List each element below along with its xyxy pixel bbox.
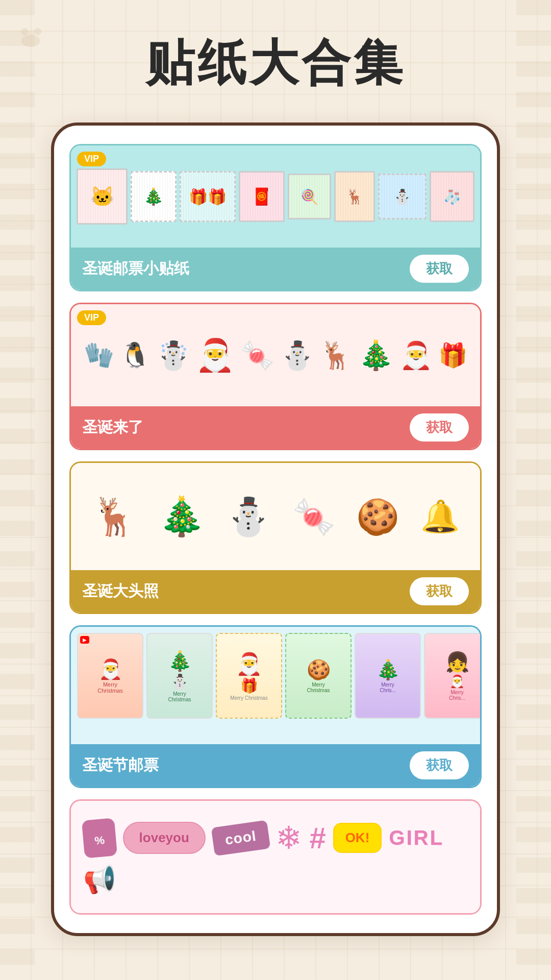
big-head-gingerbread: 🍪: [356, 499, 399, 534]
sticker-penguin: 🐧: [120, 343, 151, 368]
sticker-card-1: VIP 🐱 🎄 🎁🎁 🧧 🍭 🦌 ⛄ 🧦 圣诞邮票小贴纸 获取: [69, 144, 482, 291]
big-head-bell: 🔔: [420, 501, 460, 532]
pink-sticker-area: % loveyou cool ❄ # OK! GIRL 📢: [71, 809, 480, 905]
stamp-card-gingerbread: 🍪 MerryChristmas: [285, 633, 352, 719]
card-1-get-button[interactable]: 获取: [410, 255, 469, 283]
sticker-card-3: 🦌 🎄 ⛄ 🍬 🍪 🔔 圣诞大头照: [69, 461, 482, 614]
vip-badge-1: VIP: [77, 152, 106, 166]
sticker-loveyou: loveyou: [123, 822, 206, 854]
card-1-image: VIP 🐱 🎄 🎁🎁 🧧 🍭 🦌 ⛄ 🧦: [71, 145, 480, 248]
sticker-mitten: 🧤: [84, 343, 114, 368]
stamp-item: 🐱: [77, 168, 128, 225]
stamp-item: 🧧: [239, 171, 285, 222]
sticker-card-2: VIP 🧤 🐧 ☃️ 🎅 🍬 ⛄ 🦌 🎄 🎅 🎁 圣诞来了 获取: [69, 303, 482, 450]
sticker-snowflake: ❄: [276, 819, 302, 856]
sticker-ok: OK!: [333, 823, 382, 853]
card-3-footer: 圣诞大头照 获取: [71, 570, 480, 612]
stamp-item: ⛄: [378, 174, 427, 219]
sticker-reindeer: 🦌: [319, 342, 353, 369]
card-4-footer: 圣诞节邮票 获取: [71, 744, 480, 787]
card-5-image: % loveyou cool ❄ # OK! GIRL 📢: [71, 801, 480, 913]
sticker-santa: 🎅: [195, 339, 235, 371]
sticker-snowman-hat: ☃️: [156, 341, 190, 369]
sticker-gift: 🎁: [438, 344, 467, 367]
stamp-item: 🍭: [288, 174, 331, 219]
stamp-card-tree: 🎄 ⛄ MerryChristmas: [146, 633, 213, 719]
big-head-tree: 🎄: [158, 498, 205, 535]
stripe-left-decoration: [0, 0, 35, 980]
phone-frame: VIP 🐱 🎄 🎁🎁 🧧 🍭 🦌 ⛄ 🧦 圣诞邮票小贴纸 获取 VIP 🧤: [51, 122, 500, 936]
card-4-title: 圣诞节邮票: [82, 755, 159, 776]
big-head-row: 🦌 🎄 ⛄ 🍬 🍪 🔔: [71, 493, 480, 541]
sticker-santa2: 🎅: [399, 342, 433, 369]
big-head-snowman: ⛄: [226, 498, 271, 535]
vip-badge-2: VIP: [77, 310, 106, 325]
sticker-cool: cool: [211, 820, 270, 856]
card-3-image: 🦌 🎄 ⛄ 🍬 🍪 🔔: [71, 463, 480, 570]
card-3-title: 圣诞大头照: [82, 581, 159, 602]
sticker-snowman: ⛄: [280, 341, 314, 369]
stamp-card-santa-bag: 🎅 🎁 Merry Christmas: [216, 633, 282, 719]
page-title: 贴纸大合集: [145, 31, 406, 97]
card-2-footer: 圣诞来了 获取: [71, 406, 480, 449]
big-head-candy: 🍬: [292, 499, 336, 534]
big-head-deer: 🦌: [91, 498, 137, 535]
sticker-hashtag: #: [309, 821, 325, 855]
card-2-title: 圣诞来了: [82, 417, 143, 438]
stamp-item: 🦌: [334, 171, 375, 222]
stamp-card-girl: 👧 🎅 MerryChris...: [424, 633, 480, 719]
sticker-row-2: 🧤 🐧 ☃️ 🎅 🍬 ⛄ 🦌 🎄 🎅 🎁: [71, 334, 480, 376]
sticker-card-4: ▶ 🎅 MerryChristmas 🎄 ⛄ MerryChristmas 🎅 …: [69, 625, 482, 788]
sticker-tag: %: [82, 818, 117, 858]
sticker-card-5: % loveyou cool ❄ # OK! GIRL 📢: [69, 799, 482, 915]
card-2-image: VIP 🧤 🐧 ☃️ 🎅 🍬 ⛄ 🦌 🎄 🎅 🎁: [71, 304, 480, 406]
stamp-item: 🎁🎁: [180, 171, 236, 222]
card-4-image: ▶ 🎅 MerryChristmas 🎄 ⛄ MerryChristmas 🎅 …: [71, 627, 480, 744]
sticker-girl-text: GIRL: [389, 826, 444, 849]
sticker-candy-cane: 🍬: [240, 341, 274, 369]
card-3-get-button[interactable]: 获取: [410, 577, 469, 605]
card-1-footer: 圣诞邮票小贴纸 获取: [71, 248, 480, 290]
card-2-get-button[interactable]: 获取: [410, 413, 469, 442]
stamp-card-santa: ▶ 🎅 MerryChristmas: [77, 633, 143, 719]
stamp-item: 🧦: [430, 171, 474, 222]
card-1-title: 圣诞邮票小贴纸: [82, 258, 189, 279]
stamp-item: 🎄: [131, 171, 177, 222]
sticker-megaphone: 📢: [83, 864, 116, 895]
stripe-right-decoration: [516, 0, 551, 980]
stamp-card-purple: 🎄 MerryChris...: [355, 633, 421, 719]
sticker-christmas-tree: 🎄: [358, 341, 394, 370]
card-4-get-button[interactable]: 获取: [410, 751, 469, 779]
stamp-grid-1: 🐱 🎄 🎁🎁 🧧 🍭 🦌 ⛄ 🧦: [71, 163, 480, 230]
